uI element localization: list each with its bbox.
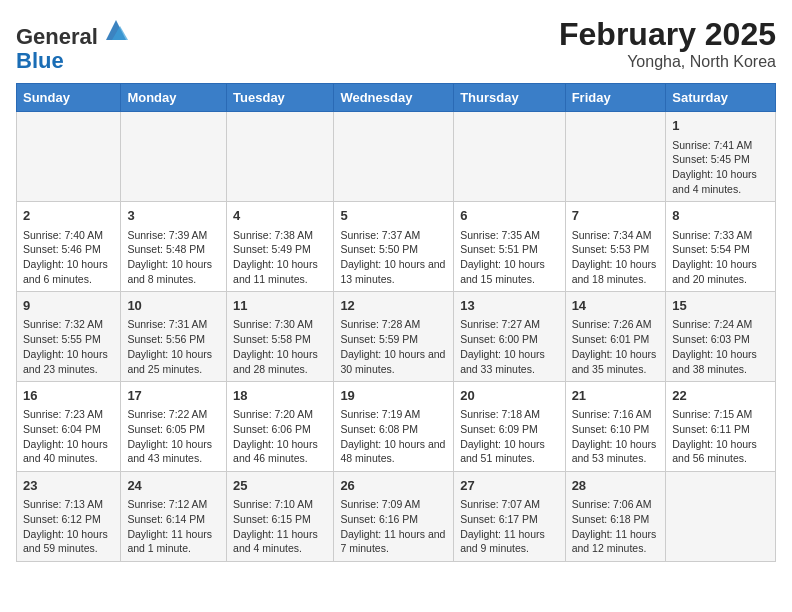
day-number: 1 xyxy=(672,117,769,135)
day-info: Sunrise: 7:38 AM Sunset: 5:49 PM Dayligh… xyxy=(233,228,327,287)
day-number: 21 xyxy=(572,387,660,405)
week-row-3: 9Sunrise: 7:32 AM Sunset: 5:55 PM Daylig… xyxy=(17,292,776,382)
day-number: 17 xyxy=(127,387,220,405)
calendar-cell: 21Sunrise: 7:16 AM Sunset: 6:10 PM Dayli… xyxy=(565,382,666,472)
day-info: Sunrise: 7:34 AM Sunset: 5:53 PM Dayligh… xyxy=(572,228,660,287)
header-thursday: Thursday xyxy=(454,84,565,112)
week-row-2: 2Sunrise: 7:40 AM Sunset: 5:46 PM Daylig… xyxy=(17,202,776,292)
calendar-cell: 23Sunrise: 7:13 AM Sunset: 6:12 PM Dayli… xyxy=(17,472,121,562)
day-info: Sunrise: 7:39 AM Sunset: 5:48 PM Dayligh… xyxy=(127,228,220,287)
day-info: Sunrise: 7:20 AM Sunset: 6:06 PM Dayligh… xyxy=(233,407,327,466)
day-info: Sunrise: 7:10 AM Sunset: 6:15 PM Dayligh… xyxy=(233,497,327,556)
logo-general: General xyxy=(16,24,98,49)
calendar-cell xyxy=(227,112,334,202)
calendar-cell: 12Sunrise: 7:28 AM Sunset: 5:59 PM Dayli… xyxy=(334,292,454,382)
day-number: 26 xyxy=(340,477,447,495)
day-number: 7 xyxy=(572,207,660,225)
day-number: 13 xyxy=(460,297,558,315)
header-tuesday: Tuesday xyxy=(227,84,334,112)
calendar-cell: 26Sunrise: 7:09 AM Sunset: 6:16 PM Dayli… xyxy=(334,472,454,562)
calendar-cell: 14Sunrise: 7:26 AM Sunset: 6:01 PM Dayli… xyxy=(565,292,666,382)
week-row-4: 16Sunrise: 7:23 AM Sunset: 6:04 PM Dayli… xyxy=(17,382,776,472)
day-number: 8 xyxy=(672,207,769,225)
week-row-1: 1Sunrise: 7:41 AM Sunset: 5:45 PM Daylig… xyxy=(17,112,776,202)
day-number: 9 xyxy=(23,297,114,315)
day-info: Sunrise: 7:23 AM Sunset: 6:04 PM Dayligh… xyxy=(23,407,114,466)
calendar-cell: 28Sunrise: 7:06 AM Sunset: 6:18 PM Dayli… xyxy=(565,472,666,562)
calendar-cell: 19Sunrise: 7:19 AM Sunset: 6:08 PM Dayli… xyxy=(334,382,454,472)
logo: General Blue xyxy=(16,16,130,73)
day-info: Sunrise: 7:40 AM Sunset: 5:46 PM Dayligh… xyxy=(23,228,114,287)
calendar-cell xyxy=(121,112,227,202)
calendar-cell: 7Sunrise: 7:34 AM Sunset: 5:53 PM Daylig… xyxy=(565,202,666,292)
day-info: Sunrise: 7:26 AM Sunset: 6:01 PM Dayligh… xyxy=(572,317,660,376)
day-info: Sunrise: 7:13 AM Sunset: 6:12 PM Dayligh… xyxy=(23,497,114,556)
day-info: Sunrise: 7:09 AM Sunset: 6:16 PM Dayligh… xyxy=(340,497,447,556)
calendar-table: SundayMondayTuesdayWednesdayThursdayFrid… xyxy=(16,83,776,562)
calendar-cell: 11Sunrise: 7:30 AM Sunset: 5:58 PM Dayli… xyxy=(227,292,334,382)
calendar-cell: 18Sunrise: 7:20 AM Sunset: 6:06 PM Dayli… xyxy=(227,382,334,472)
day-number: 14 xyxy=(572,297,660,315)
day-number: 4 xyxy=(233,207,327,225)
day-info: Sunrise: 7:32 AM Sunset: 5:55 PM Dayligh… xyxy=(23,317,114,376)
main-title: February 2025 xyxy=(559,16,776,53)
calendar-cell: 27Sunrise: 7:07 AM Sunset: 6:17 PM Dayli… xyxy=(454,472,565,562)
day-info: Sunrise: 7:06 AM Sunset: 6:18 PM Dayligh… xyxy=(572,497,660,556)
day-number: 16 xyxy=(23,387,114,405)
calendar-cell: 16Sunrise: 7:23 AM Sunset: 6:04 PM Dayli… xyxy=(17,382,121,472)
day-number: 24 xyxy=(127,477,220,495)
day-number: 25 xyxy=(233,477,327,495)
calendar-cell: 13Sunrise: 7:27 AM Sunset: 6:00 PM Dayli… xyxy=(454,292,565,382)
calendar-cell: 6Sunrise: 7:35 AM Sunset: 5:51 PM Daylig… xyxy=(454,202,565,292)
day-info: Sunrise: 7:41 AM Sunset: 5:45 PM Dayligh… xyxy=(672,138,769,197)
day-number: 12 xyxy=(340,297,447,315)
day-info: Sunrise: 7:22 AM Sunset: 6:05 PM Dayligh… xyxy=(127,407,220,466)
header-row: SundayMondayTuesdayWednesdayThursdayFrid… xyxy=(17,84,776,112)
header-wednesday: Wednesday xyxy=(334,84,454,112)
day-number: 22 xyxy=(672,387,769,405)
calendar-cell: 5Sunrise: 7:37 AM Sunset: 5:50 PM Daylig… xyxy=(334,202,454,292)
calendar-cell: 8Sunrise: 7:33 AM Sunset: 5:54 PM Daylig… xyxy=(666,202,776,292)
title-area: February 2025 Yongha, North Korea xyxy=(559,16,776,71)
calendar-cell: 25Sunrise: 7:10 AM Sunset: 6:15 PM Dayli… xyxy=(227,472,334,562)
day-number: 6 xyxy=(460,207,558,225)
day-info: Sunrise: 7:12 AM Sunset: 6:14 PM Dayligh… xyxy=(127,497,220,556)
day-number: 20 xyxy=(460,387,558,405)
day-number: 27 xyxy=(460,477,558,495)
day-info: Sunrise: 7:28 AM Sunset: 5:59 PM Dayligh… xyxy=(340,317,447,376)
calendar-cell: 2Sunrise: 7:40 AM Sunset: 5:46 PM Daylig… xyxy=(17,202,121,292)
logo-blue: Blue xyxy=(16,48,64,73)
day-info: Sunrise: 7:35 AM Sunset: 5:51 PM Dayligh… xyxy=(460,228,558,287)
day-number: 10 xyxy=(127,297,220,315)
subtitle: Yongha, North Korea xyxy=(559,53,776,71)
calendar-cell xyxy=(565,112,666,202)
day-info: Sunrise: 7:15 AM Sunset: 6:11 PM Dayligh… xyxy=(672,407,769,466)
day-info: Sunrise: 7:30 AM Sunset: 5:58 PM Dayligh… xyxy=(233,317,327,376)
calendar-cell: 17Sunrise: 7:22 AM Sunset: 6:05 PM Dayli… xyxy=(121,382,227,472)
day-number: 2 xyxy=(23,207,114,225)
calendar-cell xyxy=(17,112,121,202)
day-info: Sunrise: 7:33 AM Sunset: 5:54 PM Dayligh… xyxy=(672,228,769,287)
calendar-cell: 20Sunrise: 7:18 AM Sunset: 6:09 PM Dayli… xyxy=(454,382,565,472)
day-info: Sunrise: 7:07 AM Sunset: 6:17 PM Dayligh… xyxy=(460,497,558,556)
week-row-5: 23Sunrise: 7:13 AM Sunset: 6:12 PM Dayli… xyxy=(17,472,776,562)
header-sunday: Sunday xyxy=(17,84,121,112)
day-number: 18 xyxy=(233,387,327,405)
page-header: General Blue February 2025 Yongha, North… xyxy=(16,16,776,73)
calendar-cell xyxy=(666,472,776,562)
day-number: 19 xyxy=(340,387,447,405)
day-number: 11 xyxy=(233,297,327,315)
day-info: Sunrise: 7:19 AM Sunset: 6:08 PM Dayligh… xyxy=(340,407,447,466)
calendar-cell: 24Sunrise: 7:12 AM Sunset: 6:14 PM Dayli… xyxy=(121,472,227,562)
calendar-cell: 3Sunrise: 7:39 AM Sunset: 5:48 PM Daylig… xyxy=(121,202,227,292)
calendar-cell: 15Sunrise: 7:24 AM Sunset: 6:03 PM Dayli… xyxy=(666,292,776,382)
calendar-cell: 9Sunrise: 7:32 AM Sunset: 5:55 PM Daylig… xyxy=(17,292,121,382)
day-info: Sunrise: 7:27 AM Sunset: 6:00 PM Dayligh… xyxy=(460,317,558,376)
calendar-cell: 4Sunrise: 7:38 AM Sunset: 5:49 PM Daylig… xyxy=(227,202,334,292)
day-info: Sunrise: 7:24 AM Sunset: 6:03 PM Dayligh… xyxy=(672,317,769,376)
day-number: 5 xyxy=(340,207,447,225)
calendar-cell: 1Sunrise: 7:41 AM Sunset: 5:45 PM Daylig… xyxy=(666,112,776,202)
calendar-cell xyxy=(454,112,565,202)
day-number: 28 xyxy=(572,477,660,495)
calendar-cell: 22Sunrise: 7:15 AM Sunset: 6:11 PM Dayli… xyxy=(666,382,776,472)
